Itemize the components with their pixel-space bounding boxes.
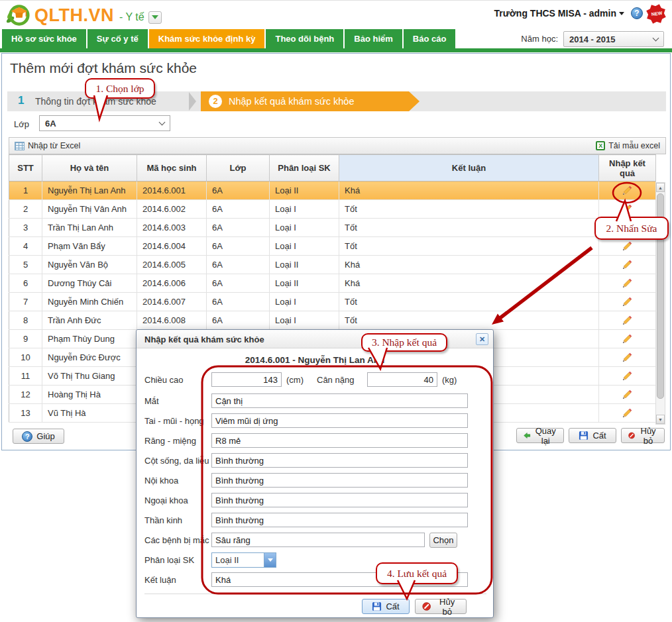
external-input[interactable] bbox=[211, 493, 468, 507]
pencil-icon[interactable] bbox=[622, 296, 633, 307]
table-row[interactable]: 7 Nguyễn Minh Chiến 2014.6.007 6A Loại I… bbox=[9, 293, 656, 311]
new-badge-icon[interactable]: NEW bbox=[645, 6, 668, 22]
cell-stt: 4 bbox=[9, 237, 42, 256]
cell-conclusion: Tốt bbox=[339, 311, 599, 330]
cell-edit[interactable] bbox=[599, 348, 656, 367]
pencil-icon[interactable] bbox=[622, 389, 633, 400]
save-button[interactable]: Cất bbox=[569, 428, 616, 443]
cell-class: 6A bbox=[207, 274, 270, 293]
cell-name: Nguyễn Đức Được bbox=[42, 348, 137, 367]
pencil-icon[interactable] bbox=[622, 352, 633, 363]
spine-input[interactable] bbox=[211, 453, 468, 468]
select-arrow-button[interactable] bbox=[264, 553, 276, 567]
pencil-icon[interactable] bbox=[622, 315, 633, 326]
chevron-down-icon bbox=[619, 12, 624, 15]
table-row[interactable]: 5 Nguyễn Văn Bộ 2014.6.005 6A Loại II Kh… bbox=[9, 256, 656, 274]
help-icon[interactable]: ? bbox=[631, 7, 643, 19]
floppy-icon bbox=[372, 601, 382, 611]
app-window: QLTH.VN - Y tế Trường THCS MISA - admin … bbox=[0, 0, 672, 622]
dialog-save-button[interactable]: Cất bbox=[362, 599, 410, 614]
teeth-input[interactable] bbox=[211, 433, 468, 448]
cell-conclusion: Khá bbox=[339, 181, 599, 200]
back-button-label: Quay lại bbox=[535, 426, 557, 446]
cell-edit[interactable] bbox=[599, 311, 656, 330]
ent-input[interactable] bbox=[211, 413, 468, 428]
scroll-up-icon[interactable]: ▲ bbox=[656, 183, 665, 192]
class-select[interactable]: 6A bbox=[39, 115, 170, 131]
diseases-input[interactable] bbox=[211, 533, 425, 547]
table-row[interactable]: 6 Dương Thúy Cải 2014.6.006 6A Loại II K… bbox=[9, 274, 656, 293]
dialog-cancel-button[interactable]: Hủy bỏ bbox=[415, 599, 467, 614]
cell-code: 2014.6.007 bbox=[137, 293, 207, 311]
annotation-save-results: 4. Lưu kết quả bbox=[376, 562, 458, 584]
pencil-icon[interactable] bbox=[622, 407, 633, 419]
neuro-label: Thần kinh bbox=[144, 515, 182, 525]
cancel-button[interactable]: Hủy bỏ bbox=[621, 428, 665, 443]
cell-name: Dương Thúy Cải bbox=[42, 274, 137, 293]
tab-su-co-y-te[interactable]: Sự cố y tế bbox=[87, 29, 148, 48]
diseases-label: Các bệnh bị mắc bbox=[144, 535, 209, 545]
weight-input[interactable] bbox=[367, 372, 437, 387]
cell-edit[interactable] bbox=[599, 181, 656, 200]
pencil-icon[interactable] bbox=[622, 203, 633, 215]
tab-theo-doi-benh[interactable]: Theo dõi bệnh bbox=[266, 29, 343, 48]
cell-name: Hoàng Thị Hà bbox=[42, 386, 137, 404]
cell-name: Vũ Thị Hà bbox=[42, 404, 137, 423]
cell-edit[interactable] bbox=[599, 256, 656, 274]
cell-class: 6A bbox=[207, 200, 270, 219]
cell-type: Loại II bbox=[270, 274, 339, 293]
pencil-icon[interactable] bbox=[622, 278, 633, 289]
table-row[interactable]: 4 Phạm Văn Bẩy 2014.6.004 6A Loại I Tốt bbox=[9, 237, 656, 256]
classification-select[interactable]: Loại II bbox=[211, 552, 276, 568]
cell-edit[interactable] bbox=[599, 386, 656, 404]
col-name: Họ và tên bbox=[42, 155, 137, 181]
pencil-icon[interactable] bbox=[622, 259, 633, 270]
help-button-label: Giúp bbox=[36, 431, 54, 441]
weight-unit: (kg) bbox=[442, 375, 457, 385]
question-icon: ? bbox=[22, 431, 32, 442]
cell-type: Loại I bbox=[270, 311, 339, 330]
tab-ho-so-suc-khoe[interactable]: Hồ sơ sức khỏe bbox=[2, 29, 86, 48]
school-year-select[interactable]: 2014 - 2015 bbox=[563, 31, 664, 47]
chevron-down-icon bbox=[159, 119, 166, 126]
pencil-icon[interactable] bbox=[622, 240, 633, 252]
import-excel-button[interactable]: Nhập từ Excel bbox=[15, 141, 80, 150]
nav-underline bbox=[0, 48, 672, 52]
pencil-icon[interactable] bbox=[622, 333, 633, 344]
cell-stt: 1 bbox=[9, 181, 42, 200]
user-name: Trường THCS MISA - admin bbox=[494, 8, 616, 19]
dialog-cancel-label: Hủy bỏ bbox=[435, 597, 459, 617]
cell-edit[interactable] bbox=[599, 404, 656, 423]
table-row[interactable]: 3 Trần Thị Lan Anh 2014.6.003 6A Loại I … bbox=[9, 219, 656, 237]
tab-bao-cao[interactable]: Báo cáo bbox=[404, 29, 456, 48]
cell-edit[interactable] bbox=[599, 200, 656, 219]
cell-edit[interactable] bbox=[599, 367, 656, 386]
table-row[interactable]: 8 Trần Anh Đức 2014.6.008 6A Loại I Tốt bbox=[9, 311, 656, 330]
internal-input[interactable] bbox=[211, 473, 468, 488]
dialog-separator bbox=[144, 594, 486, 594]
cell-type: Loại I bbox=[270, 219, 339, 237]
help-button[interactable]: ? Giúp bbox=[13, 429, 64, 444]
cell-edit[interactable] bbox=[599, 330, 656, 348]
eyes-input[interactable] bbox=[211, 393, 468, 408]
table-row[interactable]: 1 Nguyễn Thị Lan Anh 2014.6.001 6A Loại … bbox=[9, 181, 656, 200]
pencil-icon[interactable] bbox=[622, 185, 633, 196]
choose-button[interactable]: Chọn bbox=[429, 533, 457, 548]
download-template-button[interactable]: X Tải mẫu excel bbox=[596, 141, 660, 150]
cell-stt: 10 bbox=[9, 348, 42, 367]
tab-kham-suc-khoe-dinh-ky[interactable]: Khám sức khỏe định kỳ bbox=[149, 29, 265, 48]
cell-edit[interactable] bbox=[599, 274, 656, 293]
pencil-icon[interactable] bbox=[622, 370, 633, 382]
neuro-input[interactable] bbox=[211, 513, 468, 527]
table-row[interactable]: 2 Nguyễn Thị Vân Anh 2014.6.002 6A Loại … bbox=[9, 200, 656, 219]
cell-edit[interactable] bbox=[599, 293, 656, 311]
height-input[interactable] bbox=[211, 372, 282, 387]
close-icon[interactable]: ✕ bbox=[476, 333, 488, 345]
scroll-down-icon[interactable]: ▼ bbox=[656, 415, 665, 424]
chevron-down-icon bbox=[152, 15, 158, 19]
user-menu[interactable]: Trường THCS MISA - admin bbox=[494, 8, 624, 19]
module-dropdown[interactable] bbox=[148, 11, 162, 24]
back-button[interactable]: Quay lại bbox=[516, 428, 564, 443]
dialog-save-label: Cất bbox=[386, 601, 399, 611]
tab-bao-hiem[interactable]: Bảo hiểm bbox=[345, 29, 402, 48]
